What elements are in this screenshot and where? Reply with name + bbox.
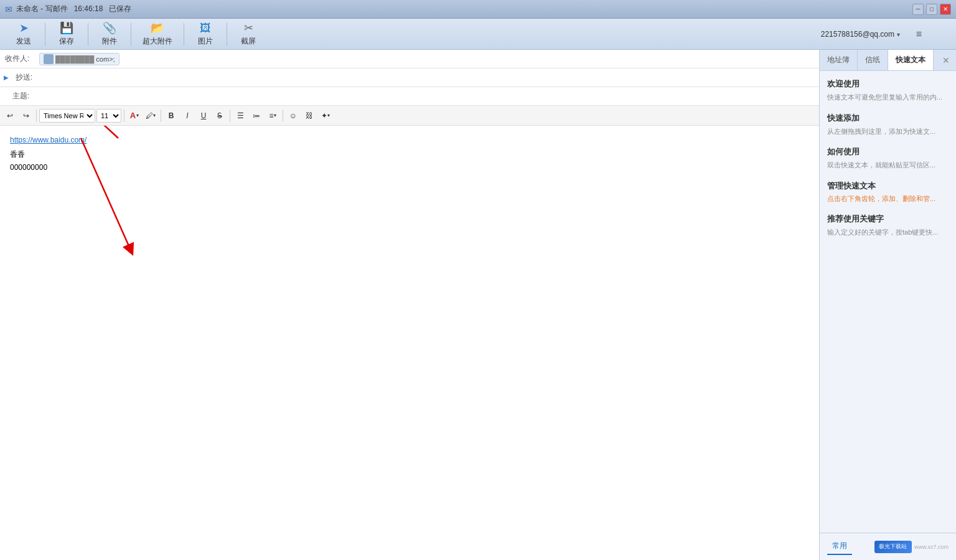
subject-field-row: 主题:	[0, 87, 819, 106]
watermark-text: 极光下载站	[879, 543, 907, 551]
format-sep-4	[230, 110, 230, 122]
highlight-dropdown[interactable]: ▾	[153, 113, 156, 118]
align-icon: ≡	[269, 111, 273, 120]
compose-area: 收件人: ████████ com>; ▶ 抄送: 主题: ↩ ↪	[0, 50, 819, 560]
font-color-icon: A	[130, 111, 136, 120]
titlebar-saved: 已保存	[109, 4, 131, 13]
tab-quicktext[interactable]: 快速文本	[888, 50, 934, 70]
quicktext-howto-title: 如何使用	[827, 146, 949, 157]
attach-button[interactable]: 📎 附件	[93, 19, 126, 49]
image-icon: 🖼	[200, 22, 211, 35]
cc-input[interactable]	[37, 72, 819, 83]
quicktext-add-desc: 从左侧拖拽到这里，添加为快速文...	[827, 126, 949, 137]
font-size-select[interactable]: 11	[96, 109, 121, 123]
watermark: 极光下载站 www.xz7.com	[874, 541, 949, 553]
account-email: 2215788156@qq.com	[821, 30, 894, 39]
screenshot-icon: ✂	[244, 21, 253, 35]
super-attach-button[interactable]: 📂 超大附件	[136, 19, 179, 49]
editor-line-1: https://www.baidu.com/	[10, 136, 809, 148]
italic-button[interactable]: I	[180, 108, 195, 123]
emoji-button[interactable]: ☺	[286, 108, 301, 123]
format-sep-2	[124, 110, 124, 122]
link-button[interactable]: ⛓	[302, 108, 317, 123]
more-format-icon: ✦	[321, 111, 327, 120]
quicktext-keywords-desc: 输入定义好的关键字，按tab键更快...	[827, 227, 949, 238]
redo-button[interactable]: ↪	[19, 108, 34, 123]
bullet-list-button[interactable]: ☰	[233, 108, 248, 123]
quicktext-item-keywords: 推荐使用关键字 输入定义好的关键字，按tab键更快...	[827, 213, 949, 238]
tab-addrbook[interactable]: 地址簿	[820, 50, 858, 70]
align-button[interactable]: ≡ ▾	[265, 108, 280, 123]
quicktext-welcome-desc: 快速文本可避免您里复输入常用的内...	[827, 92, 949, 103]
editor-line-2: 香香	[10, 149, 809, 162]
quicktext-item-manage: 管理快速文本 点击右下角齿轮，添加、删除和管...	[827, 180, 949, 203]
more-format-button[interactable]: ✦ ▾	[318, 108, 333, 123]
save-button[interactable]: 💾 保存	[50, 19, 83, 49]
tab-stationery[interactable]: 信纸	[858, 50, 888, 70]
to-input[interactable]	[120, 54, 817, 65]
quicktext-item-add: 快速添加 从左侧拖拽到这里，添加为快速文...	[827, 113, 949, 137]
format-sep-5	[283, 110, 283, 122]
send-label: 发送	[16, 36, 31, 47]
quicktext-item-howto: 如何使用 双击快速文本，就能粘贴至写信区...	[827, 146, 949, 170]
format-sep-3	[161, 110, 161, 122]
format-toolbar: ↩ ↪ Times New R 11 A ▾ 🖊 ▾ B I U S̶	[0, 106, 819, 126]
account-dropdown-icon: ▾	[897, 31, 900, 38]
quicktext-manage-title: 管理快速文本	[827, 180, 949, 192]
bold-button[interactable]: B	[164, 108, 179, 123]
titlebar: ✉ 未命名 - 写邮件 16:46:18 已保存 ─ □ ✕	[0, 0, 956, 19]
toolbar-separator-1	[45, 23, 45, 45]
to-field-row: 收件人: ████████ com>;	[0, 50, 819, 68]
panel-footer: 常用 极光下载站 www.xz7.com	[820, 533, 956, 560]
quicktext-item-welcome: 欢迎使用 快速文本可避免您里复输入常用的内...	[827, 78, 949, 103]
editor-line-3: 000000000	[10, 163, 809, 175]
attach-icon: 📎	[103, 21, 116, 35]
menu-button[interactable]: ≡	[916, 29, 922, 40]
toolbar-separator-5	[227, 23, 227, 45]
super-attach-label: 超大附件	[143, 36, 172, 47]
subject-label: 主题:	[0, 91, 34, 101]
more-format-dropdown[interactable]: ▾	[327, 113, 330, 118]
attach-label: 附件	[102, 36, 117, 47]
align-dropdown[interactable]: ▾	[274, 113, 276, 118]
email-editor[interactable]: https://www.baidu.com/ 香香 000000000	[0, 126, 819, 560]
quicktext-manage-link: 点击右下角齿轮，添加、删除和管...	[827, 194, 949, 203]
maximize-button[interactable]: □	[926, 4, 937, 15]
panel-tabs: 地址簿 信纸 快速文本 ✕	[820, 50, 956, 71]
titlebar-left: ✉ 未命名 - 写邮件 16:46:18 已保存	[5, 4, 131, 14]
send-button[interactable]: ➤ 发送	[7, 19, 40, 49]
cc-field-row: ▶ 抄送:	[0, 68, 819, 87]
screenshot-button[interactable]: ✂ 截屏	[232, 19, 265, 49]
image-button[interactable]: 🖼 图片	[189, 19, 222, 49]
screenshot-label: 截屏	[241, 36, 256, 47]
toolbar-separator-2	[88, 23, 88, 45]
main-container: 收件人: ████████ com>; ▶ 抄送: 主题: ↩ ↪	[0, 50, 956, 560]
undo-button[interactable]: ↩	[2, 108, 17, 123]
cc-expand-icon[interactable]: ▶	[0, 74, 12, 81]
window-title: 未命名 - 写邮件	[16, 4, 68, 13]
cc-label: 抄送:	[12, 72, 37, 83]
strikethrough-button[interactable]: S̶	[212, 108, 227, 123]
recipient-avatar	[44, 54, 54, 64]
quicktext-add-title: 快速添加	[827, 113, 949, 124]
highlight-button[interactable]: 🖊 ▾	[143, 108, 158, 123]
font-family-select[interactable]: Times New R	[39, 109, 95, 123]
numbered-list-button[interactable]: ≔	[249, 108, 264, 123]
watermark-url: www.xz7.com	[914, 544, 949, 550]
titlebar-title: 未命名 - 写邮件 16:46:18 已保存	[16, 4, 131, 14]
subject-input[interactable]	[34, 91, 819, 102]
underline-button[interactable]: U	[196, 108, 211, 123]
font-color-dropdown[interactable]: ▾	[136, 113, 139, 118]
recipient-tag[interactable]: ████████ com>;	[39, 53, 120, 65]
minimize-button[interactable]: ─	[912, 4, 924, 15]
footer-tab-common[interactable]: 常用	[827, 538, 852, 555]
panel-content: 欢迎使用 快速文本可避免您里复输入常用的内... 快速添加 从左侧拖拽到这里，添…	[820, 71, 956, 533]
quicktext-welcome-title: 欢迎使用	[827, 78, 949, 90]
panel-close-button[interactable]: ✕	[936, 52, 956, 69]
account-button[interactable]: 2215788156@qq.com ▾	[821, 30, 900, 39]
toolbar-separator-3	[131, 23, 131, 45]
watermark-logo: 极光下载站	[874, 541, 912, 553]
font-color-button[interactable]: A ▾	[127, 108, 142, 123]
baidu-link[interactable]: https://www.baidu.com/	[10, 136, 87, 144]
close-button[interactable]: ✕	[940, 4, 951, 15]
